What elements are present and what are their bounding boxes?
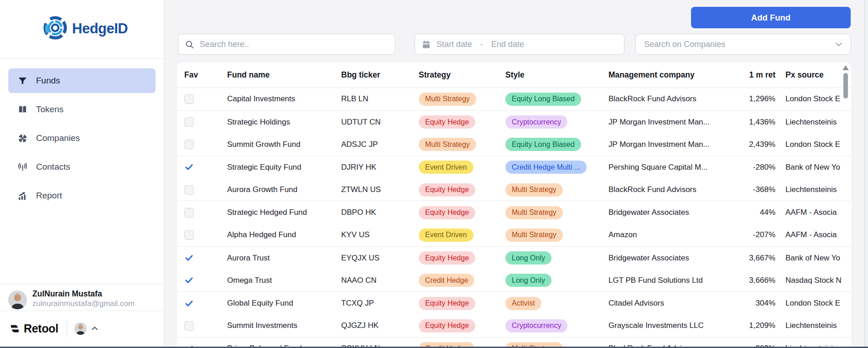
date-range-input[interactable]: Start date - End date xyxy=(415,34,624,55)
chevron-up-icon[interactable] xyxy=(91,326,98,331)
px-source-cell: Nasdaq Stock N xyxy=(775,276,851,285)
strategy-badge: Multi Strategy xyxy=(419,93,476,106)
sidebar-item-tokens[interactable]: Tokens xyxy=(8,97,156,122)
sidebar-item-funds[interactable]: Funds xyxy=(8,68,156,93)
column-header-name: Fund name xyxy=(227,70,341,80)
bbg-ticker-cell: TCXQ JP xyxy=(341,299,419,308)
companies-select[interactable]: Search on Companies xyxy=(635,34,851,55)
px-source-cell: Bank of New Yo xyxy=(775,254,851,263)
fund-name-cell: Omega Trust xyxy=(227,276,341,285)
table-row[interactable]: Strategic Hedged Fund DBPO HK Equity Hed… xyxy=(177,201,851,224)
style-cell: Multi Strategy xyxy=(505,183,608,197)
fav-checkbox[interactable] xyxy=(184,162,194,172)
table-row[interactable]: Strategic Equity Fund DJRIY HK Event Dri… xyxy=(177,156,851,179)
style-cell: Long Only xyxy=(505,274,608,287)
table-row[interactable]: Summit Growth Fund ADSJC JP Multi Strate… xyxy=(177,133,851,156)
retool-logo[interactable]: Retool xyxy=(10,322,58,335)
style-badge: Equity Long Biased xyxy=(505,138,581,151)
px-source-cell: AAFM - Asocia xyxy=(775,208,851,217)
funnel-icon xyxy=(17,76,28,86)
sidebar-nav: Funds Tokens Companies xyxy=(8,68,156,212)
fund-name-cell: Capital Investments xyxy=(227,94,341,104)
add-fund-button[interactable]: Add Fund xyxy=(691,7,851,28)
strategy-badge: Equity Hedge xyxy=(419,183,475,197)
style-badge: Long Only xyxy=(505,274,551,287)
strategy-cell: Equity Hedge xyxy=(419,319,505,332)
column-header-px: Px source xyxy=(775,70,851,80)
fund-name-cell: Summit Investments xyxy=(227,321,341,330)
column-header-ticker: Bbg ticker xyxy=(341,70,419,80)
strategy-badge: Event Driven xyxy=(419,229,473,242)
company-wheel-icon xyxy=(17,133,28,144)
user-avatar xyxy=(8,291,27,309)
bbg-ticker-cell: UDTUT CN xyxy=(341,118,419,127)
sidebar-item-contacts[interactable]: Contacts xyxy=(8,155,156,179)
strategy-cell: Equity Hedge xyxy=(419,183,505,197)
management-company-cell: Bridgewater Associates xyxy=(608,208,732,217)
date-separator: - xyxy=(480,40,483,49)
table-row[interactable]: Strategic Holdings UDTUT CN Equity Hedge… xyxy=(177,111,851,134)
column-header-strategy: Strategy xyxy=(419,70,505,80)
strategy-badge: Equity Hedge xyxy=(419,115,475,129)
style-badge: Multi Strategy xyxy=(505,229,563,242)
strategy-cell: Multi Strategy xyxy=(419,138,505,151)
scrollbar-up-arrow[interactable] xyxy=(842,65,849,70)
style-badge: Equity Long Biased xyxy=(505,93,581,106)
check-icon xyxy=(184,275,194,285)
table-row[interactable]: Aurora Growth Fund ZTWLN US Equity Hedge… xyxy=(177,179,851,202)
sidebar-divider xyxy=(0,58,164,59)
scrollbar-thumb[interactable] xyxy=(843,73,848,99)
management-company-cell: Citadel Advisors xyxy=(608,299,732,308)
sidebar-item-label: Contacts xyxy=(36,162,70,172)
table-row[interactable]: Summit Investments QJGZJ HK Equity Hedge… xyxy=(177,315,851,338)
table-row[interactable]: Omega Trust NAAO CN Credit Hedge Long On… xyxy=(177,270,851,292)
fav-checkbox[interactable] xyxy=(184,253,194,263)
one-month-return-cell: 44% xyxy=(732,208,775,217)
user-name: ZulNurain Mustafa xyxy=(32,289,102,299)
style-cell: Cryptocurrency xyxy=(505,319,608,332)
one-month-return-cell: 1,209% xyxy=(732,321,775,330)
strategy-cell: Event Driven xyxy=(419,229,505,242)
table-row[interactable]: Alpha Hedged Fund KYV US Event Driven Mu… xyxy=(177,224,851,247)
strategy-badge: Equity Hedge xyxy=(419,251,475,265)
fund-name-cell: Alpha Hedged Fund xyxy=(227,230,341,239)
management-company-cell: Amazon xyxy=(608,230,732,239)
style-badge: Cryptocurrency xyxy=(505,115,567,129)
management-company-cell: JP Morgan Investment Man... xyxy=(608,118,732,127)
search-placeholder: Search here.. xyxy=(200,40,249,49)
px-source-cell: Bank of New Yo xyxy=(775,163,851,172)
chevron-down-icon xyxy=(835,42,842,47)
fav-checkbox[interactable] xyxy=(184,185,194,195)
fav-checkbox[interactable] xyxy=(184,321,194,331)
table-row[interactable]: Aurora Trust EYQJX US Equity Hedge Long … xyxy=(177,247,851,270)
style-cell: Multi Strategy xyxy=(505,206,608,219)
fav-checkbox[interactable] xyxy=(184,140,194,149)
hedgeid-logo: HedgeID xyxy=(43,16,128,42)
user-email: zulnurainmustafa@gmail.com xyxy=(32,299,135,308)
user-card: ZulNurain Mustafa zulnurainmustafa@gmail… xyxy=(0,284,164,311)
fund-name-cell: Strategic Equity Fund xyxy=(227,163,341,172)
strategy-cell: Equity Hedge xyxy=(419,251,505,265)
fav-checkbox[interactable] xyxy=(184,117,194,127)
fav-checkbox[interactable] xyxy=(184,299,194,308)
column-header-fav: Fav xyxy=(177,70,227,80)
bar-chart-arrow-icon xyxy=(17,191,28,201)
table-row[interactable]: Global Equity Fund TCXQ JP Equity Hedge … xyxy=(177,292,851,315)
fav-checkbox[interactable] xyxy=(184,94,194,104)
fav-checkbox[interactable] xyxy=(184,275,194,285)
sidebar-item-companies[interactable]: Companies xyxy=(8,126,156,151)
funds-table: Fav Fund name Bbg ticker Strategy Style … xyxy=(177,62,851,348)
table-row[interactable]: Capital Investments RLB LN Multi Strateg… xyxy=(177,88,851,111)
strategy-badge: Event Driven xyxy=(419,161,473,174)
footer-avatar[interactable] xyxy=(74,322,87,335)
fav-checkbox[interactable] xyxy=(184,230,194,240)
management-company-cell: BlackRock Fund Advisors xyxy=(608,185,732,194)
sidebar-item-report[interactable]: Report xyxy=(8,183,156,208)
bbg-ticker-cell: QJGZJ HK xyxy=(341,321,419,330)
sidebar-item-label: Funds xyxy=(36,76,60,86)
one-month-return-cell: 2,439% xyxy=(732,140,775,149)
px-source-cell: London Stock E xyxy=(775,94,851,104)
search-input[interactable]: Search here.. xyxy=(178,34,395,55)
fav-checkbox[interactable] xyxy=(184,208,194,218)
fund-name-cell: Summit Growth Fund xyxy=(227,140,341,149)
